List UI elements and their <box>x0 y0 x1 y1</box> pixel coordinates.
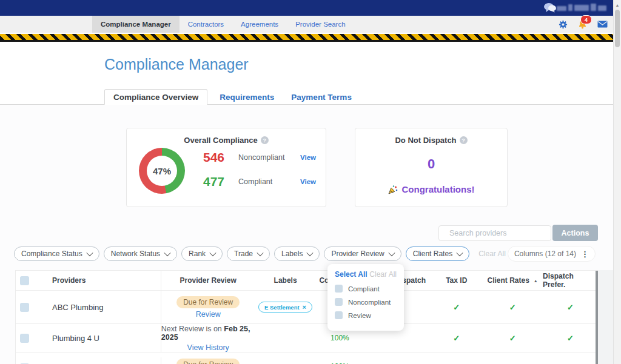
chip-label: Compliance Status <box>21 250 82 258</box>
compliance-manager-screen: Compliance Manager Contractors Agreement… <box>0 0 621 364</box>
clear-all-link[interactable]: Clear All <box>369 270 397 279</box>
header-tax-id[interactable]: Tax ID <box>431 276 482 285</box>
compliant-view-link[interactable]: View <box>300 178 316 185</box>
tab-requirements[interactable]: Requirements <box>211 89 283 105</box>
provider-name: ABC Plumbing <box>52 303 104 312</box>
tab-payment-terms[interactable]: Payment Terms <box>283 89 360 105</box>
filter-chip-trade[interactable]: Trade <box>227 247 270 261</box>
hazard-stripe-divider <box>0 33 621 42</box>
option-label: Noncompliant <box>348 299 391 306</box>
client-rates-check-icon: ✓ <box>509 303 516 312</box>
provider-search-box <box>438 225 551 241</box>
e-settlement-tag[interactable]: E Settlement × <box>258 302 312 313</box>
kebab-menu-icon[interactable]: ⋮ <box>581 250 589 259</box>
compliance-stats: 546 Noncompliant View 477 Compliant View <box>203 150 316 189</box>
congratulations-text: Congratulations! <box>402 184 475 194</box>
filter-chip-compliance-status[interactable]: Compliance Status <box>14 247 99 261</box>
filter-chip-client-rates[interactable]: Client Rates <box>406 247 469 261</box>
search-input[interactable] <box>448 228 548 238</box>
nav-item-contractors[interactable]: Contractors <box>180 16 232 33</box>
due-for-review-badge: Due for Review <box>176 296 240 308</box>
row-checkbox[interactable] <box>20 334 29 343</box>
remove-tag-icon[interactable]: × <box>303 303 306 311</box>
filter-chip-provider-review[interactable]: Provider Review <box>324 247 401 261</box>
table-scrollbar[interactable] <box>596 271 598 364</box>
filter-chip-bar: Compliance Status Network Status Rank Tr… <box>14 247 506 261</box>
dispatch-pref-check-icon: ✓ <box>567 303 574 312</box>
chip-label: Trade <box>234 250 253 258</box>
header-labels[interactable]: Labels <box>255 276 316 285</box>
help-icon[interactable]: ? <box>261 136 269 144</box>
row-checkbox[interactable] <box>20 303 29 312</box>
columns-selector[interactable]: Columns (12 of 14) ⋮ <box>508 246 596 262</box>
settings-gear-icon[interactable] <box>559 20 568 29</box>
nav-item-agreements[interactable]: Agreements <box>232 16 287 33</box>
filter-chip-labels[interactable]: Labels <box>274 247 320 261</box>
noncompliant-view-link[interactable]: View <box>300 154 316 161</box>
nav-item-provider-search[interactable]: Provider Search <box>287 16 354 33</box>
chip-label: Labels <box>281 250 303 258</box>
overall-compliance-title-text: Overall Compliance <box>184 136 257 145</box>
chat-bubbles-icon <box>543 2 557 13</box>
clear-all-filters-link[interactable]: Clear All <box>478 250 506 258</box>
scrollbar-up-arrow[interactable]: ▲ <box>614 1 621 8</box>
redacted-username <box>557 4 606 11</box>
actions-button[interactable]: Actions <box>552 225 598 241</box>
option-label: Review <box>348 312 371 319</box>
client-rates-check-icon: ✓ <box>509 334 516 343</box>
chevron-down-icon <box>257 250 263 256</box>
option-checkbox[interactable] <box>335 285 343 293</box>
noncompliant-label: Noncompliant <box>238 153 300 162</box>
provider-name: Plumbing 4 U <box>52 334 99 343</box>
noncompliant-stat-row: 546 Noncompliant View <box>203 150 316 165</box>
dropdown-option-compliant[interactable]: Compliant <box>335 285 397 293</box>
dropdown-option-review[interactable]: Review <box>335 311 397 319</box>
header-providers[interactable]: Providers <box>34 271 161 290</box>
option-label: Compliant <box>348 285 380 293</box>
chat-icon[interactable] <box>543 2 557 13</box>
compliant-label: Compliant <box>238 177 300 186</box>
compliant-stat-row: 477 Compliant View <box>203 174 316 189</box>
chevron-down-icon <box>307 250 314 256</box>
help-icon[interactable]: ? <box>460 136 468 144</box>
filter-chip-network-status[interactable]: Network Status <box>104 247 177 261</box>
providers-table: Providers Provider Review Labels Complia… <box>15 270 598 364</box>
header-label: Tax ID <box>446 276 467 285</box>
select-all-checkbox[interactable] <box>20 276 29 285</box>
select-all-link[interactable]: Select All <box>335 270 368 279</box>
notifications-bell-icon[interactable]: 4 <box>578 19 587 29</box>
window-scrollbar[interactable]: ▲ <box>613 0 621 364</box>
nav-icon-group: 4 <box>559 16 608 33</box>
filter-chip-rank[interactable]: Rank <box>181 247 223 261</box>
header-provider-review[interactable]: Provider Review <box>161 276 255 285</box>
compliance-percent: 100% <box>331 334 349 342</box>
header-label: Provider Review <box>180 276 237 285</box>
option-checkbox[interactable] <box>335 298 343 306</box>
header-client-rates[interactable]: Client Rates ▲ <box>482 276 543 285</box>
header-label: Providers <box>52 276 86 285</box>
chevron-down-icon <box>86 250 93 256</box>
compliance-donut-chart: 47% <box>139 148 185 194</box>
chevron-down-icon <box>164 250 170 256</box>
dropdown-header: Select All Clear All <box>335 270 397 279</box>
tab-compliance-overview[interactable]: Compliance Overview <box>104 89 207 105</box>
header-label: Labels <box>274 276 297 285</box>
review-link[interactable]: Review <box>196 310 221 319</box>
table-row: Plumbing 4 U Next Review is on Feb 25, 2… <box>16 324 598 352</box>
do-not-dispatch-card: Do Not Dispatch ? 0 Congratulations! <box>355 128 508 207</box>
view-history-link[interactable]: View History <box>187 343 229 352</box>
nav-item-compliance-manager[interactable]: Compliance Manager <box>92 16 180 33</box>
header-label: Dispatch Prefer. <box>543 272 598 289</box>
congratulations-message: Congratulations! <box>355 184 507 194</box>
dropdown-option-noncompliant[interactable]: Noncompliant <box>335 298 397 306</box>
content-tabs: Compliance Overview Requirements Payment… <box>104 89 360 105</box>
notification-count-badge: 4 <box>580 15 592 24</box>
scrollbar-thumb[interactable] <box>615 10 620 47</box>
table-row: Due for Review 100% <box>16 352 598 364</box>
chevron-down-icon <box>388 250 395 256</box>
messages-envelope-icon[interactable] <box>597 21 608 28</box>
header-dispatch-prefer[interactable]: Dispatch Prefer. <box>543 272 598 289</box>
chevron-down-icon <box>456 250 463 256</box>
review-prefix: Next Review is on <box>161 325 222 333</box>
option-checkbox[interactable] <box>335 311 343 319</box>
